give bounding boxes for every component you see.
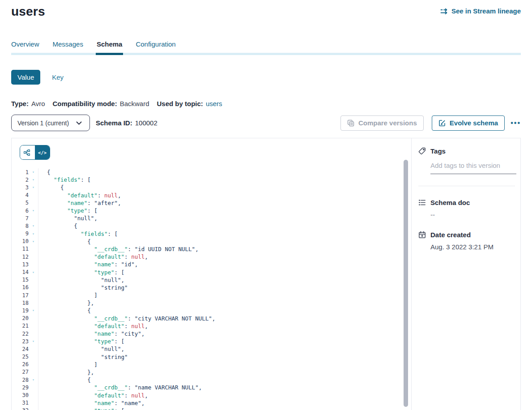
fold-toggle-icon[interactable]: ▾ (29, 232, 38, 236)
code-text: { (38, 184, 64, 191)
fold-toggle-icon[interactable]: ▾ (29, 209, 38, 213)
line-number: 2 (12, 177, 29, 183)
code-line: 14▾"type": [ (12, 268, 411, 276)
schema-doc-section: Schema doc -- (418, 199, 520, 218)
code-line: 11"__crdb__": "id UUID NOT NULL", (12, 245, 411, 253)
code-gutter: 20 (12, 315, 38, 322)
line-number: 14 (12, 269, 29, 275)
line-number: 22 (12, 331, 29, 337)
fold-toggle-icon[interactable]: ▾ (29, 308, 38, 312)
line-number: 18 (12, 300, 29, 306)
code-gutter: 26 (12, 361, 38, 368)
details-sidebar: Tags Schema doc -- (412, 138, 521, 410)
fold-toggle-icon[interactable]: ▾ (29, 185, 38, 189)
meta-label: Used by topic: (157, 100, 203, 107)
code-line: 7"null", (12, 214, 411, 222)
line-number: 30 (12, 392, 29, 398)
code-text: "type": [ (38, 207, 98, 214)
code-line: 15"null", (12, 276, 411, 284)
tree-view-button[interactable] (20, 145, 35, 159)
line-number: 1 (12, 169, 29, 175)
code-scrollbar-thumb[interactable] (404, 160, 408, 407)
see-in-stream-lineage-link[interactable]: See in Stream lineage (440, 7, 521, 15)
code-text: "name": "id", (38, 261, 138, 268)
fold-toggle-icon[interactable]: ▾ (29, 339, 38, 343)
compare-versions-button[interactable]: Compare versions (340, 115, 424, 131)
key-toggle-button[interactable]: Key (52, 73, 64, 81)
code-text: { (38, 222, 77, 229)
code-view-button[interactable]: </> (35, 145, 50, 159)
code-gutter: 24 (12, 345, 38, 353)
version-select-value: Version 1 (current) (17, 120, 69, 127)
code-gutter: 29 (12, 384, 38, 391)
evolve-schema-button[interactable]: Evolve schema (432, 115, 505, 131)
code-text: { (38, 238, 91, 245)
date-created-section: Date created Aug. 3 2022 3:21 PM (418, 231, 520, 251)
chevron-down-icon (76, 121, 84, 125)
tags-heading: Tags (418, 147, 520, 155)
line-number: 16 (12, 284, 29, 290)
code-gutter: 8▾ (12, 222, 38, 230)
code-text: "null", (38, 346, 124, 352)
code-text: "default": null, (38, 392, 148, 399)
code-line: 10▾{ (12, 238, 411, 245)
fold-toggle-icon[interactable]: ▾ (29, 170, 38, 174)
lineage-link-label: See in Stream lineage (451, 7, 521, 15)
meta-value: Backward (120, 100, 149, 107)
code-text: "null", (38, 215, 98, 222)
fold-toggle-icon[interactable]: ▾ (29, 270, 38, 274)
code-line: 2▾"fields": [ (12, 176, 411, 184)
line-number: 25 (12, 354, 29, 360)
code-text: "__crdb__": "name VARCHAR NULL", (38, 384, 202, 391)
code-gutter: 31 (12, 399, 38, 407)
calendar-plus-icon (418, 231, 426, 239)
code-gutter: 2▾ (12, 176, 38, 184)
fold-toggle-icon[interactable]: ▾ (29, 239, 38, 243)
code-line: 29"__crdb__": "name VARCHAR NULL", (12, 384, 411, 391)
edit-schema-icon (438, 120, 446, 127)
line-number: 23 (12, 338, 29, 345)
compare-versions-label: Compare versions (358, 119, 417, 127)
line-number: 10 (12, 238, 29, 244)
code-gutter: 18 (12, 299, 38, 307)
code-gutter: 5 (12, 199, 38, 207)
code-gutter: 10▾ (12, 238, 38, 245)
schema-doc-value: -- (430, 211, 520, 218)
line-number: 3 (12, 184, 29, 191)
code-line: 28▾{ (12, 376, 411, 384)
used-by-topic-link[interactable]: users (206, 100, 222, 107)
more-options-button[interactable]: ••• (511, 119, 521, 127)
code-line: 25"string" (12, 353, 411, 361)
code-line: 9▾"fields": [ (12, 230, 411, 238)
version-actions: Compare versions Evolve schema ••• (340, 115, 521, 131)
code-line: 19▾{ (12, 307, 411, 314)
code-text: "__crdb__": "city VARCHAR NOT NULL", (38, 315, 215, 322)
code-line: 18}, (12, 299, 411, 307)
view-toggle: </> (20, 145, 50, 160)
version-select[interactable]: Version 1 (current) (11, 115, 90, 131)
code-line: 13"name": "id", (12, 261, 411, 268)
add-tags-input[interactable] (430, 161, 516, 174)
code-gutter: 6▾ (12, 207, 38, 214)
code-line: 31"name": "name", (12, 399, 411, 407)
value-toggle-button[interactable]: Value (11, 70, 40, 85)
code-gutter: 1▾ (12, 168, 38, 176)
code-line: 6▾"type": [ (12, 207, 411, 214)
fold-toggle-icon[interactable]: ▾ (29, 178, 38, 182)
fold-toggle-icon[interactable]: ▾ (29, 224, 38, 228)
tree-view-icon (24, 149, 31, 156)
code-gutter: 16 (12, 284, 38, 291)
code-line: 3▾{ (12, 184, 411, 191)
code-gutter: 12 (12, 253, 38, 261)
tab-schema[interactable]: Schema (97, 40, 123, 55)
fold-toggle-icon[interactable]: ▾ (29, 378, 38, 382)
code-line: 24"null", (12, 345, 411, 353)
meta-item: Type:Avro (11, 100, 45, 107)
code-text: "fields": [ (38, 176, 91, 183)
line-number: 4 (12, 192, 29, 198)
code-gutter: 4 (12, 192, 38, 199)
meta-item: Compatibility mode:Backward (52, 100, 149, 107)
line-number: 26 (12, 361, 29, 367)
code-line: 16"string" (12, 284, 411, 291)
code-text: }, (38, 299, 94, 306)
